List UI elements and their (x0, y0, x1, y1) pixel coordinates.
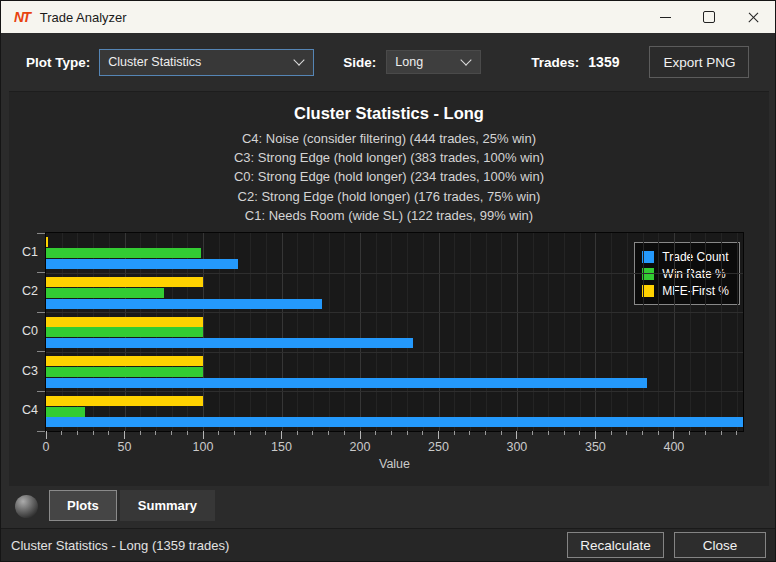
bar-win-rate- (46, 367, 203, 377)
y-axis-label: C3 (11, 364, 38, 378)
legend-swatch (642, 251, 654, 263)
x-axis-tick (705, 431, 706, 435)
gridline-vertical (737, 233, 738, 431)
link-orb-icon[interactable] (15, 495, 38, 518)
plot-type-select[interactable]: Cluster Statistics (99, 49, 314, 76)
x-axis-tick (689, 431, 690, 435)
close-button[interactable] (731, 1, 775, 33)
y-axis-tick (37, 233, 45, 234)
gridline-horizontal (46, 391, 743, 392)
gridline-vertical (595, 233, 596, 431)
x-axis-tick (485, 431, 486, 435)
x-axis-tick (234, 431, 235, 435)
close-dialog-button[interactable]: Close (674, 532, 766, 558)
x-axis-tick (501, 431, 502, 435)
gridline-vertical (611, 233, 612, 431)
x-axis-tick (469, 431, 470, 435)
maximize-icon (703, 11, 715, 23)
gridline-vertical (250, 233, 251, 431)
x-axis-tick (595, 431, 596, 439)
gridline-vertical (674, 233, 675, 431)
x-axis-tick (218, 431, 219, 435)
x-axis-tick (454, 431, 455, 435)
y-axis-tick (37, 351, 45, 352)
subtitle-line: C0: Strong Edge (hold longer) (234 trade… (9, 167, 769, 186)
legend-label: Trade Count (662, 250, 728, 264)
title-bar: NT Trade Analyzer (1, 1, 775, 33)
window-title: Trade Analyzer (40, 10, 127, 25)
x-axis-tick (250, 431, 251, 435)
bar-trade-count (46, 417, 743, 427)
subtitle-line: C3: Strong Edge (hold longer) (383 trade… (9, 148, 769, 167)
subtitle-line: C1: Needs Room (wide SL) (122 trades, 99… (9, 206, 769, 225)
side-select[interactable]: Long (386, 50, 481, 74)
x-axis-tick-label: 250 (419, 440, 459, 454)
x-axis-tick (312, 431, 313, 435)
tab-plots[interactable]: Plots (49, 490, 117, 521)
chart-subtitle: C4: Noise (consider filtering) (444 trad… (9, 129, 769, 225)
x-axis-tick (611, 431, 612, 435)
tabs: Plots Summary (49, 490, 215, 521)
x-axis-tick (721, 431, 722, 435)
x-axis-tick (422, 431, 423, 435)
x-axis-tick (407, 431, 408, 435)
side-label: Side: (343, 55, 376, 70)
gridline-vertical (501, 233, 502, 431)
bar-trade-count (46, 259, 238, 269)
chart-title: Cluster Statistics - Long (9, 104, 769, 123)
legend-label: MFE-First % (662, 284, 729, 298)
bar-win-rate- (46, 407, 85, 417)
y-axis-tick (37, 312, 45, 313)
gridline-vertical (580, 233, 581, 431)
gridline-vertical (360, 233, 361, 431)
gridline-vertical (391, 233, 392, 431)
minimize-button[interactable] (643, 1, 687, 33)
window-controls (643, 1, 775, 33)
minimize-icon (660, 17, 671, 18)
export-png-button[interactable]: Export PNG (649, 46, 749, 78)
subtitle-line: C2: Strong Edge (hold longer) (176 trade… (9, 187, 769, 206)
x-axis-tick (532, 431, 533, 435)
gridline-vertical (423, 233, 424, 431)
status-bar: Cluster Statistics - Long (1359 trades) … (1, 528, 775, 561)
bar-win-rate- (46, 288, 164, 298)
x-axis-tick (391, 431, 392, 435)
bar-trade-count (46, 378, 647, 388)
x-axis-tick-label: 350 (575, 440, 615, 454)
gridline-vertical (470, 233, 471, 431)
x-axis-tick (579, 431, 580, 435)
y-axis-tick (37, 391, 45, 392)
y-axis-label: C0 (11, 324, 38, 338)
gridline-vertical (705, 233, 706, 431)
x-axis-tick (155, 431, 156, 435)
x-axis-tick (626, 431, 627, 435)
x-axis-title: Value (46, 457, 743, 471)
plot-area: Value Trade CountWin Rate %MFE-First % C… (45, 232, 744, 432)
x-axis-tick (46, 431, 47, 439)
bar-trade-count (46, 338, 413, 348)
bar-mfe-first- (46, 396, 203, 406)
gridline-horizontal (46, 312, 743, 313)
gridline-vertical (376, 233, 377, 431)
recalculate-button[interactable]: Recalculate (567, 532, 664, 558)
x-axis-tick (736, 431, 737, 435)
y-axis-tick (37, 431, 45, 432)
maximize-button[interactable] (687, 1, 731, 33)
x-axis-tick (564, 431, 565, 435)
gridline-vertical (344, 233, 345, 431)
x-axis-tick (171, 431, 172, 435)
gridline-vertical (658, 233, 659, 431)
gridline-vertical (313, 233, 314, 431)
x-axis-tick (108, 431, 109, 435)
x-axis-tick-label: 150 (262, 440, 302, 454)
bar-mfe-first- (46, 317, 203, 327)
gridline-vertical (329, 233, 330, 431)
tab-summary[interactable]: Summary (120, 490, 215, 521)
y-axis-label: C1 (11, 245, 38, 259)
x-axis-tick-label: 50 (105, 440, 145, 454)
y-axis-label: C2 (11, 284, 38, 298)
x-axis-tick-label: 0 (26, 440, 66, 454)
chevron-down-icon (294, 54, 305, 65)
legend-swatch (642, 285, 654, 297)
bar-mfe-first- (46, 237, 48, 247)
